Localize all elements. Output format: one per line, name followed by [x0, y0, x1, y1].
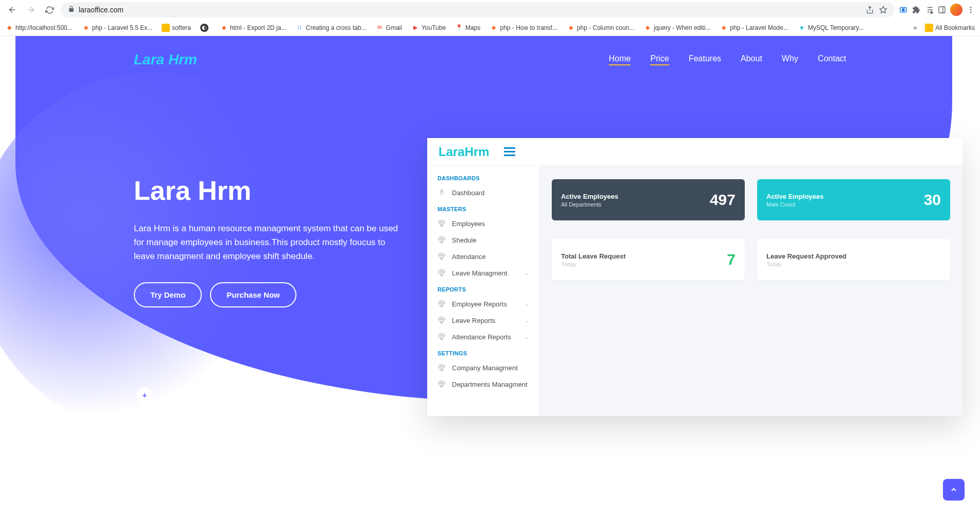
- bookmarks-overflow[interactable]: »: [914, 24, 917, 31]
- preview-logo: LaraHrm: [439, 145, 489, 159]
- stat-card: Total Leave RequestToday7: [552, 239, 745, 280]
- bookmark-item[interactable]: ◆php - Column coun...: [567, 24, 634, 32]
- bookmarks-bar: ◆http://localhost:500...◆php - Laravel 5…: [0, 20, 980, 36]
- bookmark-item[interactable]: ◐: [200, 24, 211, 32]
- playlist-icon[interactable]: [924, 5, 934, 14]
- sidebar-item[interactable]: Company Managment: [427, 359, 539, 376]
- hero-description: Lara Hrm is a human resource managment s…: [134, 221, 401, 264]
- star-icon[interactable]: [879, 6, 887, 14]
- try-demo-button[interactable]: Try Demo: [134, 282, 202, 307]
- bookmark-item[interactable]: ▶YouTube: [411, 24, 446, 32]
- page-content: Lara Hrm HomePriceFeaturesAboutWhyContac…: [0, 36, 980, 516]
- svg-point-1: [902, 9, 905, 11]
- bookmark-item[interactable]: ◆html - Export 2D ja...: [220, 24, 286, 32]
- sidebar-section-header: REPORTS: [427, 281, 539, 296]
- dashboard-preview: LaraHrm DASHBOARDSDashboardMASTERSEmploy…: [427, 138, 962, 416]
- panel-icon[interactable]: [938, 6, 946, 14]
- site-header: Lara Hrm HomePriceFeaturesAboutWhyContac…: [0, 51, 980, 68]
- nav-link-price[interactable]: Price: [650, 54, 669, 65]
- stat-card: Active EmployeesAll Departments497: [552, 179, 745, 220]
- lock-icon: [68, 5, 75, 14]
- nav-link-features[interactable]: Features: [689, 54, 721, 65]
- url-actions: [866, 6, 887, 14]
- preview-header: LaraHrm: [427, 138, 962, 166]
- svg-marker-5: [931, 11, 933, 14]
- forward-button[interactable]: [24, 3, 38, 17]
- sidebar-item[interactable]: Attendance Reports⌄: [427, 329, 539, 345]
- main-nav: HomePriceFeaturesAboutWhyContact: [609, 54, 846, 65]
- purchase-button[interactable]: Purchase Now: [210, 282, 296, 307]
- sidebar-item[interactable]: Dashboard: [427, 184, 539, 201]
- svg-point-10: [970, 11, 972, 13]
- hamburger-icon[interactable]: [504, 147, 515, 156]
- nav-link-contact[interactable]: Contact: [818, 54, 846, 65]
- scroll-indicator[interactable]: [137, 387, 152, 403]
- site-logo[interactable]: Lara Hrm: [134, 51, 197, 68]
- bookmark-item[interactable]: 📍Maps: [455, 24, 480, 32]
- bookmark-item[interactable]: ◆php - How to transf...: [489, 24, 557, 32]
- nav-link-about[interactable]: About: [741, 54, 762, 65]
- menu-icon[interactable]: [967, 6, 975, 14]
- share-icon[interactable]: [866, 6, 874, 14]
- sidebar-section-header: MASTERS: [427, 201, 539, 215]
- svg-point-11: [441, 191, 442, 192]
- svg-point-8: [970, 7, 972, 8]
- all-bookmarks[interactable]: All Bookmarks: [925, 24, 975, 32]
- record-icon[interactable]: [899, 5, 908, 14]
- sidebar-item[interactable]: Shedule: [427, 232, 539, 248]
- svg-point-9: [970, 9, 972, 11]
- preview-main: Active EmployeesAll Departments497Active…: [539, 138, 962, 416]
- svg-rect-6: [939, 7, 945, 13]
- bookmark-item[interactable]: ◆http://localhost:500...: [5, 24, 73, 32]
- bookmark-item[interactable]: ◆php - Laravel Mode...: [720, 24, 788, 32]
- sidebar-item[interactable]: Leave Reports⌄: [427, 312, 539, 329]
- bookmark-item[interactable]: ⁞⁞Creating a cross tab...: [295, 24, 366, 32]
- sidebar-item[interactable]: Employee Reports⌄: [427, 296, 539, 312]
- nav-link-why[interactable]: Why: [782, 54, 798, 65]
- chrome-actions: [899, 4, 975, 16]
- sidebar-item[interactable]: Leave Managment⌄: [427, 265, 539, 281]
- sidebar-section-header: DASHBOARDS: [427, 170, 539, 184]
- sidebar-item[interactable]: Employees: [427, 215, 539, 232]
- url-text: laraoffice.com: [79, 6, 124, 14]
- stat-card: Active EmployeesMale Count30: [757, 179, 950, 220]
- bookmark-item[interactable]: ▼MySQL Temporary...: [798, 24, 864, 32]
- stat-card: Leave Request ApprovedToday: [757, 239, 950, 280]
- sidebar-item[interactable]: Departments Managment: [427, 376, 539, 392]
- browser-toolbar: laraoffice.com: [0, 0, 980, 20]
- extensions-icon[interactable]: [912, 6, 920, 14]
- hero-title: Lara Hrm: [134, 175, 401, 206]
- scroll-to-top-button[interactable]: [943, 479, 965, 501]
- sidebar-item[interactable]: Attendance: [427, 248, 539, 265]
- reload-button[interactable]: [42, 3, 57, 17]
- hero-section: Lara Hrm Lara Hrm is a human resource ma…: [134, 175, 401, 307]
- address-bar[interactable]: laraoffice.com: [61, 2, 895, 18]
- back-button[interactable]: [5, 3, 20, 17]
- bookmark-item[interactable]: ✉Gmail: [376, 24, 402, 32]
- profile-avatar[interactable]: [950, 4, 962, 16]
- bookmark-item[interactable]: ◆jquery - When editi...: [643, 24, 710, 32]
- preview-sidebar: DASHBOARDSDashboardMASTERSEmployeesShedu…: [427, 138, 539, 416]
- bookmark-item[interactable]: ◆php - Laravel 5.5 Ex...: [82, 24, 152, 32]
- sidebar-section-header: SETTINGS: [427, 345, 539, 359]
- nav-link-home[interactable]: Home: [609, 54, 631, 65]
- bookmark-item[interactable]: softera: [162, 24, 191, 32]
